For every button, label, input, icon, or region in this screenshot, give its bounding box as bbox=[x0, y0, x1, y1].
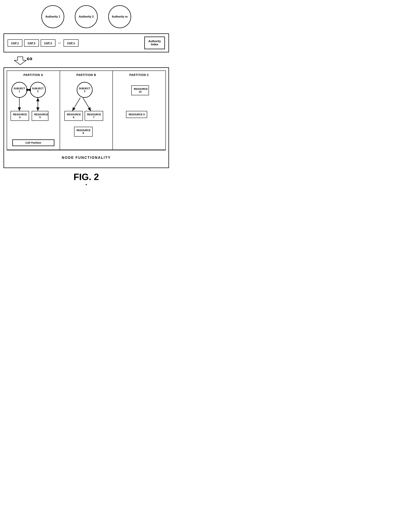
resource-8: RESOURCE 8 bbox=[74, 127, 93, 137]
resource-4: RESOURCE4 bbox=[10, 111, 29, 121]
resource-10: RESOURCE10 bbox=[131, 86, 149, 95]
cap-outer-box: CAP 1 CAP 2 CAP 3 ··· CAP n AuthorityInd… bbox=[3, 33, 169, 52]
authority-index-box: AuthorityIndex bbox=[144, 37, 165, 49]
svg-line-7 bbox=[72, 98, 80, 111]
cap-1: CAP 1 bbox=[8, 39, 22, 47]
partition-b-label: PARTITION B bbox=[63, 74, 110, 77]
subject-1: SUBJECT1 bbox=[11, 82, 27, 98]
partition-b-content: SUBJECT3 RESOURCE 6 RESOURCE 7 RESOURCE … bbox=[63, 80, 110, 147]
partition-a-label: PARTITION A bbox=[10, 74, 57, 77]
cap-inner-boxes: CAP 1 CAP 2 CAP 3 ··· CAP n bbox=[8, 39, 79, 47]
partition-b: PARTITION B SUBJECT3 RESOURCE 6 RESOURCE… bbox=[60, 71, 113, 150]
cap-n: CAP n bbox=[64, 39, 79, 47]
double-arrow-icon bbox=[14, 56, 26, 66]
resource-9: RESOURCE 9 bbox=[126, 111, 147, 118]
cap-2: CAP 2 bbox=[24, 39, 39, 47]
partition-a-content: SUBJECT1 SUBJECT2 RESOURCE4 RESOURCE5 bbox=[10, 80, 57, 147]
cap-ellipsis: ··· bbox=[58, 41, 61, 45]
partition-c-content: RESOURCE10 RESOURCE 9 bbox=[116, 80, 163, 147]
partition-c: PARTITION C RESOURCE10 RESOURCE 9 bbox=[113, 71, 166, 150]
resource-6: RESOURCE 6 bbox=[64, 111, 83, 121]
page-container: Authority 1 Authority 2 Authority m CAP … bbox=[3, 3, 169, 187]
svg-line-8 bbox=[83, 98, 91, 111]
authority-1: Authority 1 bbox=[41, 5, 64, 28]
resource-5: RESOURCE5 bbox=[32, 111, 49, 121]
authority-row: Authority 1 Authority 2 Authority m bbox=[3, 3, 169, 28]
node-outer-box: PARTITION A SUBJECT1 SUBJECT2 RESOURCE4 bbox=[3, 67, 169, 168]
double-arrow-container: ⇔ bbox=[14, 56, 169, 66]
resource-7: RESOURCE 7 bbox=[85, 111, 103, 121]
subject-3: SUBJECT3 bbox=[77, 82, 93, 98]
authority-m: Authority m bbox=[108, 5, 131, 28]
fig-label: FIG. 2 bbox=[3, 171, 169, 182]
partition-c-label: PARTITION C bbox=[116, 74, 163, 77]
cap-3: CAP 3 bbox=[41, 39, 55, 47]
bullet-point: • bbox=[3, 182, 169, 187]
partitions-area: PARTITION A SUBJECT1 SUBJECT2 RESOURCE4 bbox=[7, 70, 166, 150]
cap-partition-box: CAP Partition bbox=[12, 139, 54, 146]
subject-2: SUBJECT2 bbox=[30, 82, 46, 98]
node-functionality: NODE FUNCTIONALITY bbox=[7, 150, 166, 165]
svg-marker-0 bbox=[14, 57, 26, 65]
bidirectional-arrow: ⇔ bbox=[26, 55, 33, 63]
partition-a: PARTITION A SUBJECT1 SUBJECT2 RESOURCE4 bbox=[7, 71, 60, 150]
authority-2: Authority 2 bbox=[75, 5, 98, 28]
